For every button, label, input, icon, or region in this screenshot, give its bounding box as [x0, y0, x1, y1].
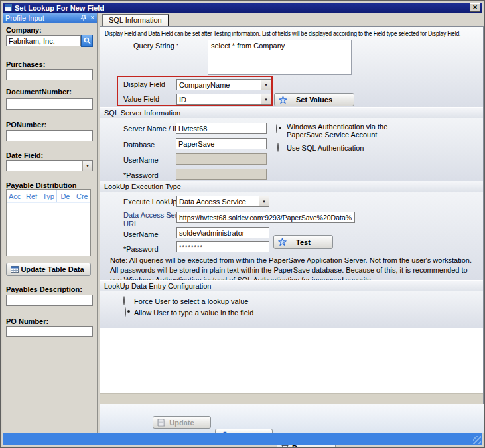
force-select-radio[interactable] [123, 296, 125, 305]
lookup-password-input[interactable] [176, 241, 269, 252]
database-label: Database [123, 141, 155, 149]
main-area: SQL Information Display Field and Data F… [100, 13, 484, 433]
query-string-input[interactable]: select * from Company [208, 40, 352, 75]
title-bar[interactable]: Set Lookup For New Field ✕ [3, 3, 482, 13]
sql-server-info-header: SQL Server Information [100, 107, 483, 118]
close-icon[interactable]: ✕ [470, 3, 480, 12]
data-access-url-input[interactable] [176, 212, 355, 223]
update-button[interactable]: Update [153, 416, 211, 429]
sql-information-panel: Display Field and Data Field can be set … [100, 26, 484, 404]
date-field-dropdown[interactable]: ▼ [6, 160, 93, 171]
window-title: Set Lookup For New Field [15, 4, 104, 12]
profile-input-panel: Profile Input × Company: Purchases: Docu… [3, 13, 98, 433]
pin-icon[interactable] [80, 15, 87, 22]
lookup-username-label: UserName [123, 230, 159, 238]
value-field-dropdown[interactable]: ID ▼ [176, 94, 271, 105]
sql-auth-label: Use SQL Authentication [287, 144, 364, 152]
test-label: Test [296, 238, 311, 246]
chevron-down-icon[interactable]: ▼ [82, 161, 92, 171]
tab-sql-information[interactable]: SQL Information [102, 14, 169, 26]
force-select-label: Force User to select a lookup value [134, 297, 248, 305]
payables-description-label: Payables Description: [6, 285, 82, 293]
grid-header-row: Acc Ref Typ De Cre [7, 190, 90, 203]
description-text: Display Field and Data Field can be set … [105, 30, 484, 37]
status-bar [3, 433, 482, 445]
sql-password-input [176, 169, 267, 180]
query-string-label: Query String : [133, 42, 178, 50]
lookup-execution-body: Execute LookUp At Data Access Service ▼ … [100, 192, 483, 280]
update-table-data-label: Update Table Data [21, 265, 84, 273]
sql-auth-radio[interactable] [277, 143, 279, 152]
star-icon [278, 238, 287, 246]
date-field-label: Date Field: [6, 151, 43, 159]
search-button[interactable] [81, 35, 93, 47]
lookup-username-input[interactable] [176, 227, 269, 238]
payable-distribution-grid: Acc Ref Typ De Cre [6, 189, 91, 256]
ponumber-input[interactable] [6, 130, 93, 141]
ponumber-label: PONumber: [6, 121, 46, 129]
grid-col-acc[interactable]: Acc [7, 190, 23, 202]
lookup-password-label: *Password [123, 245, 159, 253]
star-icon [279, 96, 287, 104]
app-icon [5, 4, 12, 11]
grid-col-typ[interactable]: Typ [40, 190, 57, 202]
data-entry-body: Force User to select a lookup value Allo… [100, 291, 483, 328]
documentnumber-input[interactable] [6, 98, 93, 110]
purchases-input[interactable] [6, 69, 93, 80]
lookup-execution-header: LookUp Execution Type [100, 181, 483, 192]
table-icon [11, 265, 19, 273]
grid-col-cre[interactable]: Cre [74, 190, 90, 202]
section-query: Display Field and Data Field can be set … [100, 27, 483, 107]
purchases-label: Purchases: [6, 60, 45, 68]
windows-auth-label: Windows Authentication via the PaperSave… [287, 123, 398, 139]
set-values-label: Set Values [296, 96, 332, 104]
profile-input-header: Profile Input × [3, 13, 97, 23]
server-name-input[interactable] [176, 123, 267, 134]
po-number-label: PO Number: [6, 317, 48, 325]
display-field-value: CompanyName [177, 81, 261, 89]
server-name-label: Server Name / IP [123, 125, 179, 133]
execute-lookup-dropdown[interactable]: Data Access Service ▼ [176, 196, 269, 207]
value-field-value: ID [177, 96, 261, 104]
documentnumber-label: DocumentNumber: [6, 88, 72, 96]
chevron-down-icon[interactable]: ▼ [261, 94, 271, 104]
windows-auth-radio[interactable] [276, 124, 277, 133]
save-icon [157, 419, 165, 427]
set-values-button[interactable]: Set Values [274, 93, 354, 106]
sql-username-input [176, 153, 267, 165]
grid-col-de[interactable]: De [57, 190, 74, 202]
po-number-input[interactable] [6, 326, 93, 337]
payable-distribution-label: Payable Distribution [6, 181, 76, 189]
test-button[interactable]: Test [273, 235, 333, 249]
panel-close-icon[interactable]: × [90, 15, 94, 21]
profile-input-title: Profile Input [5, 14, 44, 22]
execute-lookup-value: Data Access Service [177, 198, 259, 206]
sql-username-label: UserName [123, 156, 159, 164]
sql-password-label: *Password [123, 171, 159, 179]
chevron-down-icon[interactable]: ▼ [259, 196, 269, 206]
company-label: Company: [6, 26, 42, 34]
update-table-data-button[interactable]: Update Table Data [6, 263, 91, 276]
display-field-dropdown[interactable]: CompanyName ▼ [176, 79, 271, 90]
sql-server-info-body: Server Name / IP Database UserName *Pass… [100, 118, 483, 181]
database-input[interactable] [176, 138, 267, 149]
search-icon [84, 37, 91, 44]
grid-col-ref[interactable]: Ref [23, 190, 40, 202]
allow-type-radio[interactable] [125, 307, 126, 317]
payables-description-input[interactable] [6, 295, 93, 306]
chevron-down-icon[interactable]: ▼ [261, 80, 271, 90]
update-label: Update [169, 419, 194, 427]
footer-bar: Update ↺ Reset Remove [100, 404, 484, 433]
dialog-window: Set Lookup For New Field ✕ Profile Input… [0, 0, 485, 448]
value-field-label: Value Field [123, 95, 159, 103]
display-field-label: Display Field [123, 80, 165, 88]
company-input[interactable] [6, 35, 81, 46]
panel-bottom-strip [100, 393, 483, 404]
data-entry-header: LookUp Data Entry Configuration [100, 280, 483, 291]
resize-grip[interactable] [473, 436, 481, 444]
allow-type-label: Allow User to type a value in the field [134, 309, 253, 317]
